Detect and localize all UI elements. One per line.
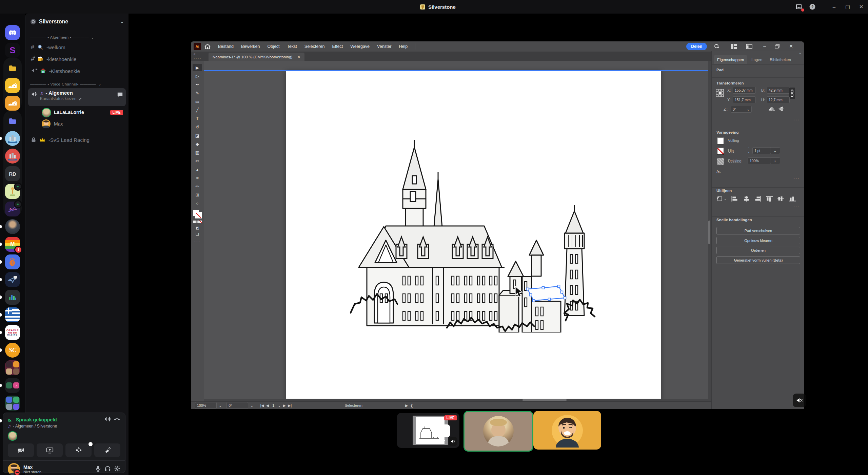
stroke-stepper[interactable]: ⌃⌄ <box>748 147 750 153</box>
gradient-tool[interactable]: ▥ <box>193 149 202 156</box>
selection-tool[interactable]: ▶ <box>193 64 202 71</box>
eraser-tool[interactable]: ◪ <box>193 132 202 139</box>
server-chevron-icon[interactable]: ⌄ <box>120 19 124 24</box>
fx-button[interactable]: fx. <box>716 169 721 174</box>
opacity-expand-icon[interactable]: › <box>770 157 780 164</box>
menu-tekst[interactable]: Tekst <box>287 44 297 49</box>
align-center-vertical-icon[interactable] <box>777 196 784 202</box>
canvas[interactable] <box>204 61 711 401</box>
draw-mode-icon[interactable]: ◩ <box>196 226 199 230</box>
menu-bestand[interactable]: Bestand <box>218 44 234 49</box>
channel-kletshoenkie-text[interactable]: # -kletshoenkie <box>28 53 126 65</box>
panel-collapse-icon[interactable]: » <box>712 51 804 55</box>
server-game[interactable] <box>5 254 20 269</box>
prev-artboard-icon[interactable]: ◀ <box>266 403 269 408</box>
folder-mini-group[interactable]: › <box>5 378 20 393</box>
channel-welkom[interactable]: # -welkom <box>28 41 126 53</box>
server-city-red[interactable] <box>5 149 20 164</box>
server-header[interactable]: Silverstone ⌄ <box>25 14 129 30</box>
tab-eigenschappen[interactable]: Eigenschappen <box>714 55 747 64</box>
fill-stroke-swatches[interactable] <box>193 210 202 218</box>
disconnect-call-icon[interactable] <box>114 416 120 423</box>
home-icon[interactable] <box>204 44 211 49</box>
webcam-tile-lorrie[interactable] <box>463 411 533 452</box>
reference-point-grid[interactable] <box>716 89 724 98</box>
status-back-icon[interactable]: ❮ <box>410 403 413 408</box>
folder-yellow[interactable] <box>5 60 20 75</box>
user-avatar[interactable] <box>8 463 20 475</box>
stream-mute-button[interactable] <box>793 394 806 407</box>
server-cheese-orange[interactable] <box>5 96 20 111</box>
constrain-proportions-icon[interactable] <box>789 88 795 99</box>
align-left-icon[interactable] <box>731 196 738 202</box>
y-field[interactable]: 151,7 mm <box>733 96 756 103</box>
ai-restore-button[interactable] <box>775 44 780 49</box>
camera-button[interactable] <box>8 443 34 457</box>
smooth-tool[interactable]: ≈ <box>193 174 202 182</box>
align-more-icon[interactable]: ··· <box>793 204 800 209</box>
document-tab[interactable]: Naamloos-1* @ 100 % (CMYK/Voorvertoning)… <box>209 53 304 61</box>
share-button[interactable]: Delen <box>686 43 707 50</box>
eyedropper-tool[interactable]: ▴ <box>193 166 202 173</box>
folder-maroon-group[interactable] <box>5 360 20 375</box>
rectangle-tool[interactable]: ▭ <box>193 98 202 105</box>
server-rd[interactable]: RD <box>5 166 20 181</box>
ai-close-button[interactable]: ✕ <box>789 43 793 49</box>
discord-home[interactable] <box>5 25 20 40</box>
w-field[interactable]: 42,9 mm <box>767 87 790 94</box>
stroke-swatch[interactable] <box>717 148 724 155</box>
menu-venster[interactable]: Venster <box>377 44 391 49</box>
direct-selection-tool[interactable]: ▷ <box>193 72 202 80</box>
server-photo[interactable] <box>5 219 20 234</box>
workspace-icon[interactable] <box>746 44 752 49</box>
rotate-tool[interactable]: ↺ <box>193 123 202 131</box>
last-artboard-icon[interactable]: ▶| <box>288 403 292 408</box>
shape-builder-tool[interactable]: ◆ <box>193 140 202 148</box>
menu-weergave[interactable]: Weergave <box>350 44 370 49</box>
type-tool[interactable]: T <box>193 115 202 122</box>
speaking-avatar[interactable] <box>8 431 17 441</box>
channel-kletshoenkie-voice[interactable]: -Kletshoenkie <box>28 65 126 77</box>
vertical-scrollbar[interactable] <box>708 61 711 401</box>
pencil-icon[interactable] <box>78 97 82 101</box>
stroke-weight-field[interactable]: 1 pt <box>752 147 773 154</box>
opacity-swatch[interactable] <box>717 158 724 165</box>
help-icon[interactable]: ? <box>808 2 817 12</box>
screenshare-tile[interactable]: LIVE <box>397 413 459 448</box>
h-field[interactable]: 12,7 mm <box>767 96 790 103</box>
voice-status-text[interactable]: Spraak gekoppeld <box>16 417 57 422</box>
artboard-number[interactable]: 1 <box>272 403 274 407</box>
selected-object[interactable] <box>527 285 566 302</box>
category-algemeen[interactable]: ———— • Algemeen • ————⌄ <box>25 30 129 41</box>
flip-horizontal-icon[interactable] <box>769 107 775 111</box>
voice-channel-algemeen[interactable]: ♫ - Algemeen Kanaalstatus kiezen <box>28 88 126 106</box>
channel-svs-lead-racing[interactable]: -SvS Lead Racing <box>28 134 126 146</box>
settings-gear-icon[interactable] <box>114 466 120 473</box>
fill-swatch[interactable] <box>717 138 724 145</box>
pen-tool[interactable]: ✒ <box>193 81 202 88</box>
folder-indigo[interactable] <box>5 113 20 128</box>
horizontal-scrollbar[interactable] <box>204 399 711 401</box>
next-artboard-icon[interactable]: ▶ <box>283 403 286 408</box>
x-field[interactable]: 155,37 mm <box>733 87 756 94</box>
voice-channel-path[interactable]: - Algemeen / Silverstone <box>13 424 57 429</box>
menu-selecteren[interactable]: Selecteren <box>304 44 325 49</box>
server-greece[interactable] <box>5 307 20 322</box>
artboard-tool[interactable]: ⊞ <box>193 191 202 198</box>
server-city-blue[interactable] <box>5 131 20 146</box>
paintbrush-tool[interactable]: ╱ <box>193 106 202 114</box>
soundboard-button[interactable] <box>94 443 120 457</box>
chat-bubble-icon[interactable] <box>117 92 123 98</box>
inbox-icon[interactable] <box>794 2 804 12</box>
screen-mode-icon[interactable]: ❏ <box>196 232 199 236</box>
menu-object[interactable]: Object <box>267 44 279 49</box>
document-tab-close-icon[interactable]: ✕ <box>297 55 300 59</box>
screenshare-button[interactable] <box>37 443 63 457</box>
zoom-level[interactable]: 100% <box>195 402 217 409</box>
flip-vertical-icon[interactable] <box>778 107 784 111</box>
align-center-horizontal-icon[interactable] <box>743 196 750 202</box>
generative-fill-button[interactable]: Generatief vorm vullen (Beta) <box>716 256 800 264</box>
menu-help[interactable]: Help <box>399 44 408 49</box>
align-right-icon[interactable] <box>754 196 761 202</box>
microphone-icon[interactable] <box>95 466 101 473</box>
